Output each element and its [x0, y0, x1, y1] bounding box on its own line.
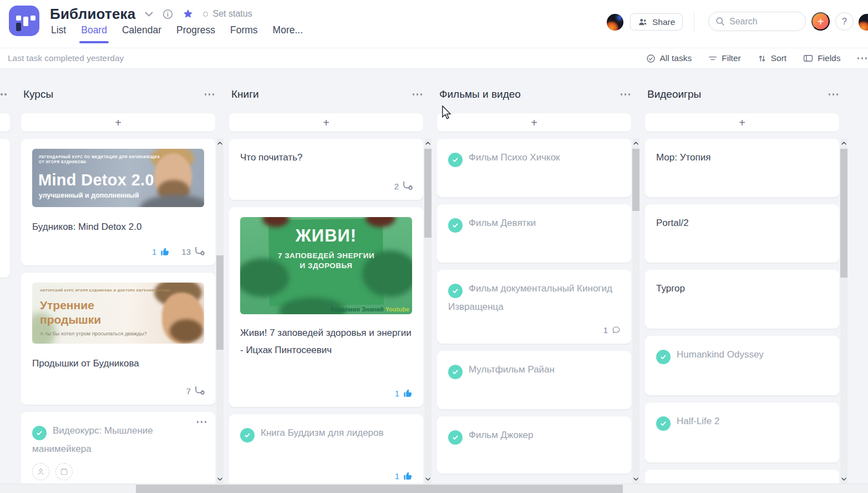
task-card-partial[interactable] [645, 470, 839, 484]
add-card-button[interactable]: + [437, 113, 631, 132]
card-title-text: Фильм документальный Киногид Извращенца [448, 283, 612, 312]
scroll-up-icon[interactable] [216, 139, 224, 147]
secondary-avatar[interactable] [859, 14, 868, 31]
completed-check-icon[interactable] [448, 430, 463, 445]
completed-check-icon[interactable] [32, 426, 47, 440]
task-card[interactable]: Мультфильм Райан [437, 351, 631, 409]
scrollbar-thumb[interactable] [424, 149, 432, 238]
workspace-logo-icon[interactable] [9, 6, 39, 36]
task-card[interactable]: Фильм документальный Киногид Извращенца … [437, 270, 631, 344]
scrollbar-thumb[interactable] [632, 149, 639, 211]
tab-more[interactable]: More... [273, 24, 303, 36]
last-activity-text: Last task completed yesterday [8, 48, 124, 68]
completed-check-icon[interactable] [656, 350, 671, 364]
column-more-icon[interactable] [829, 93, 839, 95]
task-card[interactable]: ЛЕГЕНДАРНЫЙ КУРС ПО МЕДИТАЦИИ ДЛЯ НАЧИНА… [21, 139, 215, 265]
tab-progress[interactable]: Progress [176, 24, 215, 36]
task-card[interactable]: АВТОРСКИЙ КУРС ИГОРЯ БУДНИКОВА И ДОКТОРА… [21, 273, 215, 405]
scroll-down-icon[interactable] [840, 475, 847, 483]
column-scrollbar[interactable] [424, 139, 432, 484]
all-tasks-filter[interactable]: All tasks [646, 53, 692, 63]
card-title-text: Мультфильм Райан [469, 364, 555, 375]
column-scrollbar[interactable] [840, 139, 847, 484]
filter-button[interactable]: Filter [708, 53, 740, 63]
column-more-icon[interactable] [621, 93, 631, 95]
tab-forms[interactable]: Forms [230, 24, 258, 36]
task-card[interactable]: Фильм Психо Хичкок [437, 139, 631, 197]
card-title: Тургор [656, 280, 828, 297]
task-card[interactable]: Portal/2 [645, 204, 839, 263]
prev-column-card[interactable] [0, 139, 10, 278]
quick-add-button[interactable]: + [811, 12, 830, 31]
scrollbar-thumb[interactable] [840, 149, 847, 278]
task-card[interactable]: Книга Буддизм для лидеров 1 [229, 414, 423, 484]
comments-count[interactable]: 1 [603, 325, 621, 335]
sort-button[interactable]: Sort [758, 53, 786, 63]
top-bar: Библиотека Set status List Board Calenda… [0, 0, 868, 48]
share-button[interactable]: Share [630, 13, 683, 31]
likes-count[interactable]: 1 [152, 247, 170, 256]
prev-column-add-button[interactable] [0, 113, 10, 132]
subtasks-count[interactable]: 13 [181, 247, 205, 256]
chevron-down-icon[interactable] [145, 12, 153, 17]
column-more-icon[interactable] [413, 93, 423, 95]
due-date-placeholder[interactable] [55, 463, 73, 480]
info-icon[interactable] [163, 9, 173, 19]
scroll-up-icon[interactable] [424, 139, 432, 147]
board-horizontal-scrollbar[interactable] [0, 484, 868, 493]
scroll-down-icon[interactable] [632, 475, 639, 483]
scroll-down-icon[interactable] [216, 475, 224, 483]
completed-check-icon[interactable] [656, 416, 671, 431]
completed-check-icon[interactable] [240, 428, 255, 442]
likes-count[interactable]: 1 [395, 388, 413, 398]
prev-column-more-icon[interactable] [0, 93, 7, 95]
fields-button[interactable]: Fields [803, 53, 840, 63]
column-more-icon[interactable] [205, 93, 215, 95]
scroll-up-icon[interactable] [840, 139, 847, 147]
task-card[interactable]: Humankind Odyssey [645, 336, 839, 395]
search-input[interactable] [729, 17, 790, 27]
completed-check-icon[interactable] [448, 365, 463, 379]
board-toolbar: Last task completed yesterday All tasks … [0, 48, 868, 69]
tab-calendar[interactable]: Calendar [122, 24, 161, 36]
task-card[interactable]: Half-Life 2 [645, 403, 839, 462]
scrollbar-thumb[interactable] [136, 485, 623, 493]
tab-board[interactable]: Board [81, 24, 107, 36]
task-card[interactable]: Что почитать? 2 [229, 139, 423, 200]
user-avatar[interactable] [607, 14, 623, 31]
column-header: Книги [231, 87, 422, 102]
set-status-button[interactable]: Set status [203, 9, 252, 19]
add-card-button[interactable]: + [21, 113, 215, 132]
completed-check-icon[interactable] [448, 284, 463, 298]
scroll-down-icon[interactable] [424, 475, 432, 483]
completed-check-icon[interactable] [448, 218, 463, 233]
card-footer: 1 [395, 471, 413, 481]
cards-list: Мор: Утопия Portal/2 Тургор Humankind Od… [645, 139, 839, 484]
search-box[interactable] [708, 12, 806, 31]
tab-list[interactable]: List [51, 24, 66, 36]
favorite-star-icon[interactable] [182, 8, 194, 19]
likes-count[interactable]: 1 [395, 471, 413, 481]
card-footer: 1 [603, 325, 621, 335]
share-label: Share [652, 17, 675, 27]
cards-list: ЛЕГЕНДАРНЫЙ КУРС ПО МЕДИТАЦИИ ДЛЯ НАЧИНА… [21, 139, 215, 484]
subtasks-count[interactable]: 2 [394, 181, 413, 191]
scrollbar-thumb[interactable] [216, 255, 224, 350]
task-card[interactable]: Видеокурс: Мышление манимейкера [21, 412, 215, 484]
task-card[interactable]: Мор: Утопия [645, 139, 839, 197]
add-card-button[interactable]: + [229, 113, 423, 132]
toolbar-more-icon[interactable] [857, 57, 867, 59]
column-scrollbar[interactable] [632, 139, 639, 484]
column-scrollbar[interactable] [216, 139, 224, 484]
task-card[interactable]: Фильм Девятки [437, 204, 631, 263]
card-more-icon[interactable] [197, 421, 207, 423]
add-card-button[interactable]: + [645, 113, 839, 132]
task-card[interactable]: Тургор [645, 270, 839, 329]
subtasks-count[interactable]: 7 [186, 386, 205, 396]
help-button[interactable]: ? [835, 12, 854, 31]
scroll-up-icon[interactable] [632, 139, 639, 147]
task-card[interactable]: Фильм Джокер [437, 416, 631, 474]
task-card[interactable]: ЖИВИ! 7 ЗАПОВЕДЕЙ ЭНЕРГИИ И ЗДОРОВЬЯ Ака… [229, 207, 423, 407]
assignee-placeholder[interactable] [32, 463, 49, 480]
completed-check-icon[interactable] [448, 153, 463, 167]
